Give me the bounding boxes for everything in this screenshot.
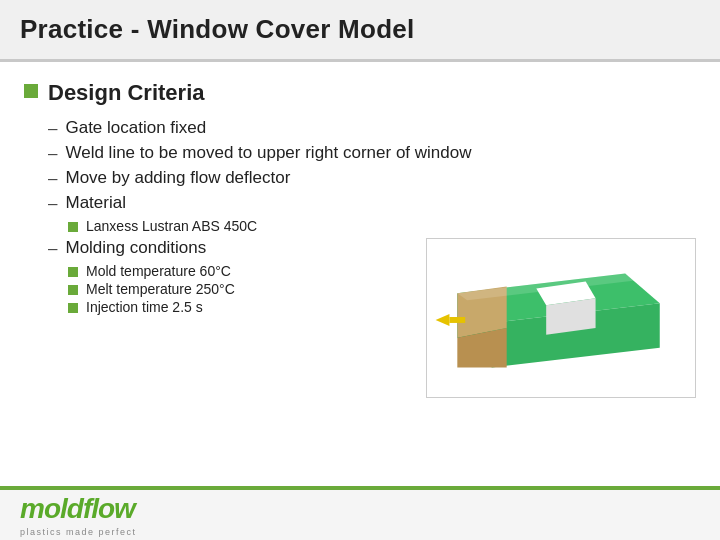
- dash-icon: –: [48, 144, 57, 164]
- molding-row: – Molding conditions Mold temperature 60…: [48, 238, 696, 398]
- dash-icon: –: [48, 194, 57, 214]
- mini-square-icon: [68, 222, 78, 232]
- list-item: – Move by adding flow deflector: [48, 168, 696, 189]
- molding-sub-list: Mold temperature 60°C Melt temperature 2…: [68, 263, 410, 315]
- title-text: Practice - Window Cover Model: [20, 14, 414, 44]
- sub-item-text: Molding conditions: [65, 238, 206, 258]
- dash-icon: –: [48, 239, 57, 259]
- sub-item-text: Move by adding flow deflector: [65, 168, 290, 188]
- molding-item-text: Mold temperature 60°C: [86, 263, 231, 279]
- slide-content: Design Criteria – Gate location fixed – …: [0, 62, 720, 486]
- list-item: Lanxess Lustran ABS 450C: [68, 218, 696, 234]
- slide-footer: moldflow plastics made perfect: [0, 486, 720, 540]
- list-item: – Molding conditions: [48, 238, 410, 259]
- sub-item-text: Material: [65, 193, 125, 213]
- mini-square-icon: [68, 285, 78, 295]
- slide: Practice - Window Cover Model Design Cri…: [0, 0, 720, 540]
- svg-rect-9: [449, 317, 465, 323]
- list-item: – Gate location fixed: [48, 118, 696, 139]
- molding-left: – Molding conditions Mold temperature 60…: [48, 238, 410, 319]
- list-item: Melt temperature 250°C: [68, 281, 410, 297]
- sub-list: – Gate location fixed – Weld line to be …: [48, 118, 696, 398]
- list-item: – Weld line to be moved to upper right c…: [48, 143, 696, 164]
- mini-square-icon: [68, 267, 78, 277]
- model-svg: [427, 239, 695, 397]
- dash-icon: –: [48, 119, 57, 139]
- list-item: – Material: [48, 193, 696, 214]
- dash-icon: –: [48, 169, 57, 189]
- bullet-square-icon: [24, 84, 38, 98]
- model-image: [426, 238, 696, 398]
- logo-wrap: moldflow plastics made perfect: [20, 493, 137, 537]
- main-bullet-text: Design Criteria: [48, 80, 205, 106]
- slide-title: Practice - Window Cover Model: [0, 0, 720, 62]
- sub-item-text: Gate location fixed: [65, 118, 206, 138]
- material-text: Lanxess Lustran ABS 450C: [86, 218, 257, 234]
- list-item: Injection time 2.5 s: [68, 299, 410, 315]
- list-item: Mold temperature 60°C: [68, 263, 410, 279]
- logo-text: moldflow: [20, 493, 137, 525]
- sub-item-text: Weld line to be moved to upper right cor…: [65, 143, 471, 163]
- main-bullet: Design Criteria: [24, 80, 696, 106]
- mini-square-icon: [68, 303, 78, 313]
- molding-item-text: Injection time 2.5 s: [86, 299, 203, 315]
- sub-sub-list: Lanxess Lustran ABS 450C: [68, 218, 696, 234]
- molding-item-text: Melt temperature 250°C: [86, 281, 235, 297]
- logo-sub-text: plastics made perfect: [20, 527, 137, 537]
